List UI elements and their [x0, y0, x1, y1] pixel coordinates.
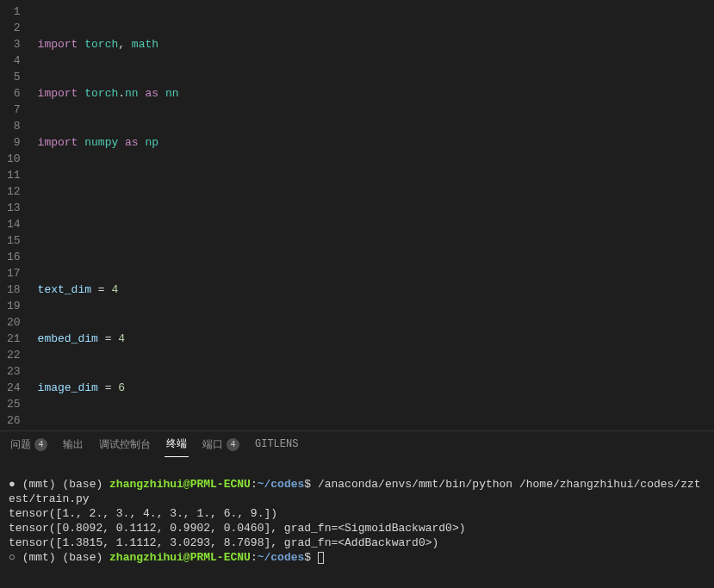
status-dot-icon: ● [9, 478, 16, 491]
code-line: embed_dim = 4 [33, 331, 714, 347]
code-line: import torch.nn as nn [33, 85, 714, 102]
code-line [33, 232, 714, 249]
tab-problems[interactable]: 问题4 [9, 431, 49, 457]
bottom-panel: 问题4 输出 调试控制台 终端 端口4 GITLENS ● (mmt) (bas… [0, 430, 714, 588]
terminal-cursor [318, 552, 324, 564]
code-line: text_dim = 4 [33, 282, 714, 298]
panel-tabs: 问题4 输出 调试控制台 终端 端口4 GITLENS [0, 431, 714, 457]
tab-debug-console[interactable]: 调试控制台 [97, 431, 152, 457]
terminal-output-line: tensor([1.3815, 1.1112, 3.0293, 8.7698],… [9, 536, 438, 549]
tab-terminal[interactable]: 终端 [165, 431, 189, 457]
tab-gitlens[interactable]: GITLENS [253, 431, 300, 457]
problems-badge: 4 [34, 438, 47, 451]
code-line: import torch, math [33, 36, 714, 53]
tab-ports[interactable]: 端口4 [201, 431, 241, 457]
status-dot-icon: ○ [9, 551, 16, 564]
code-line [33, 183, 714, 200]
terminal-output-line: tensor([0.8092, 0.1112, 0.9902, 0.0460],… [9, 522, 466, 535]
code-line: import numpy as np [33, 134, 714, 151]
tab-output[interactable]: 输出 [61, 431, 85, 457]
code-content[interactable]: import torch, math import torch.nn as nn… [33, 0, 714, 430]
line-number-gutter: 1234567891011121314151617181920212223242… [0, 0, 33, 430]
ports-badge: 4 [227, 438, 239, 451]
terminal-output-line: tensor([1., 2., 3., 4., 3., 1., 6., 9.]) [9, 507, 277, 520]
terminal-content[interactable]: ● (mmt) (base) zhangzhihui@PRML-ECNU:~/c… [0, 457, 714, 588]
editor-area[interactable]: 1234567891011121314151617181920212223242… [0, 0, 714, 430]
code-line: image_dim = 6 [33, 380, 714, 396]
